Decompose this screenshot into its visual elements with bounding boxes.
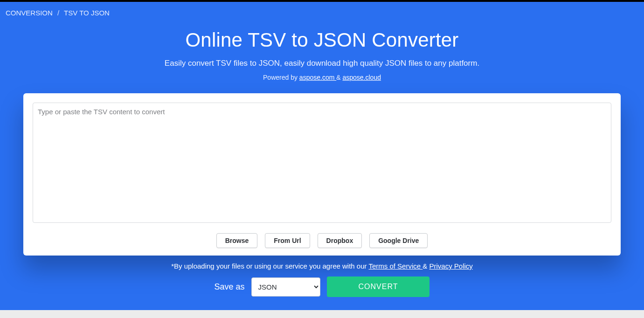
breadcrumb-root-link[interactable]: CONVERSION	[6, 9, 53, 17]
breadcrumb-separator: /	[57, 9, 59, 17]
convert-button[interactable]: CONVERT	[327, 277, 430, 297]
dropbox-button[interactable]: Dropbox	[318, 233, 362, 248]
saveas-select[interactable]: JSON	[251, 277, 320, 297]
powered-link-aspose-com[interactable]: aspose.com	[299, 74, 336, 81]
terms-of-service-link[interactable]: Terms of Service	[368, 262, 422, 270]
main-container: CONVERSION / TSV TO JSON Online TSV to J…	[0, 2, 644, 310]
from-url-button[interactable]: From Url	[265, 233, 310, 248]
footer-stats-bar: Processed Files 13803338 Uploaded 655739…	[0, 310, 644, 318]
page-title: Online TSV to JSON Converter	[9, 29, 635, 51]
upload-card: Browse From Url Dropbox Google Drive	[23, 93, 621, 256]
page-subtitle: Easily convert TSV files to JSON, easily…	[9, 59, 635, 68]
powered-prefix: Powered by	[263, 74, 299, 81]
powered-by-line: Powered by aspose.com & aspose.cloud	[9, 74, 635, 81]
policy-amp: &	[422, 262, 429, 270]
powered-link-aspose-cloud[interactable]: aspose.cloud	[342, 74, 381, 81]
google-drive-button[interactable]: Google Drive	[369, 233, 428, 248]
privacy-policy-link[interactable]: Privacy Policy	[429, 262, 473, 270]
textarea-wrap	[33, 103, 611, 225]
policy-line: *By uploading your files or using our se…	[0, 262, 644, 270]
policy-prefix: *By uploading your files or using our se…	[171, 262, 368, 270]
browse-button[interactable]: Browse	[216, 233, 258, 248]
tsv-content-textarea[interactable]	[33, 103, 611, 223]
saveas-label: Save as	[215, 282, 245, 292]
breadcrumb-current: TSV TO JSON	[64, 9, 110, 17]
hero-section: Online TSV to JSON Converter Easily conv…	[0, 21, 644, 85]
powered-amp: &	[336, 74, 342, 81]
breadcrumb: CONVERSION / TSV TO JSON	[0, 2, 644, 21]
upload-buttons-row: Browse From Url Dropbox Google Drive	[33, 233, 611, 248]
saveas-row: Save as JSON CONVERT	[0, 277, 644, 297]
